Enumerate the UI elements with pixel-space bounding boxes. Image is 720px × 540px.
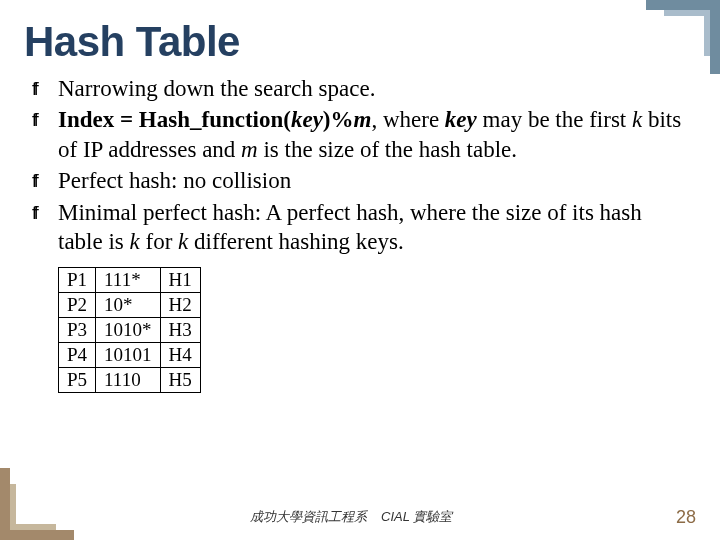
table-cell: H4 (160, 342, 200, 367)
table-cell: H3 (160, 317, 200, 342)
table-cell: H5 (160, 367, 200, 392)
table-row: P2 10* H2 (59, 292, 201, 317)
table-cell: 1010* (96, 317, 161, 342)
page-number: 28 (676, 507, 696, 528)
bullet-icon: ff (32, 198, 58, 257)
text-fragment: m (241, 137, 258, 162)
table-cell: 10* (96, 292, 161, 317)
text-fragment: is the size of the hash table. (258, 137, 517, 162)
text-fragment: key (445, 107, 477, 132)
text-fragment: key (291, 107, 323, 132)
corner-decoration-tr (646, 0, 720, 10)
bullet-text: Index = Hash_function(key)%m, where key … (58, 105, 696, 164)
bullet-icon: ff (32, 74, 58, 103)
text-fragment: k (632, 107, 642, 132)
table-cell: H2 (160, 292, 200, 317)
table-row: P1 111* H1 (59, 267, 201, 292)
bullet-icon: ff (32, 105, 58, 164)
corner-decoration-bl (0, 530, 74, 540)
footer-lab: CIAL 實驗室 (381, 508, 452, 526)
table-row: P5 1110 H5 (59, 367, 201, 392)
table-cell: P1 (59, 267, 96, 292)
bullet-icon: ff (32, 166, 58, 195)
table-cell: P2 (59, 292, 96, 317)
hash-table: P1 111* H1 P2 10* H2 P3 1010* H3 P4 1010… (58, 267, 201, 393)
corner-decoration-bl (0, 468, 10, 540)
text-fragment: m (354, 107, 372, 132)
table-cell: P3 (59, 317, 96, 342)
footer: 成功大學資訊工程系 CIAL 實驗室 (0, 508, 720, 526)
table-row: P4 10101 H4 (59, 342, 201, 367)
table-cell: 10101 (96, 342, 161, 367)
text-fragment: k (178, 229, 188, 254)
table-cell: H1 (160, 267, 200, 292)
text-fragment: k (130, 229, 140, 254)
bullet-text: Perfect hash: no collision (58, 166, 696, 195)
text-fragment: )% (323, 107, 354, 132)
bullet-text: Minimal perfect hash: A perfect hash, wh… (58, 198, 696, 257)
footer-department: 成功大學資訊工程系 (250, 508, 367, 526)
table-row: P3 1010* H3 (59, 317, 201, 342)
page-title: Hash Table (24, 18, 696, 66)
text-fragment: for (140, 229, 178, 254)
corner-decoration-tr-inner (664, 10, 710, 16)
slide: Hash Table ff Narrowing down the search … (0, 0, 720, 540)
text-fragment: , where (371, 107, 444, 132)
text-fragment: different hashing keys. (188, 229, 403, 254)
table-cell: P4 (59, 342, 96, 367)
table-cell: 1110 (96, 367, 161, 392)
table-cell: 111* (96, 267, 161, 292)
text-fragment: Index = Hash_function( (58, 107, 291, 132)
bullet-text: Narrowing down the search space. (58, 74, 696, 103)
bullet-item: ff Narrowing down the search space. (32, 74, 696, 103)
body-text: ff Narrowing down the search space. ff I… (32, 74, 696, 257)
text-fragment: may be the first (477, 107, 632, 132)
corner-decoration-tr (710, 0, 720, 74)
bullet-item: ff Index = Hash_function(key)%m, where k… (32, 105, 696, 164)
bullet-item: ff Perfect hash: no collision (32, 166, 696, 195)
corner-decoration-tr-inner (704, 10, 710, 56)
table-cell: P5 (59, 367, 96, 392)
bullet-item: ff Minimal perfect hash: A perfect hash,… (32, 198, 696, 257)
